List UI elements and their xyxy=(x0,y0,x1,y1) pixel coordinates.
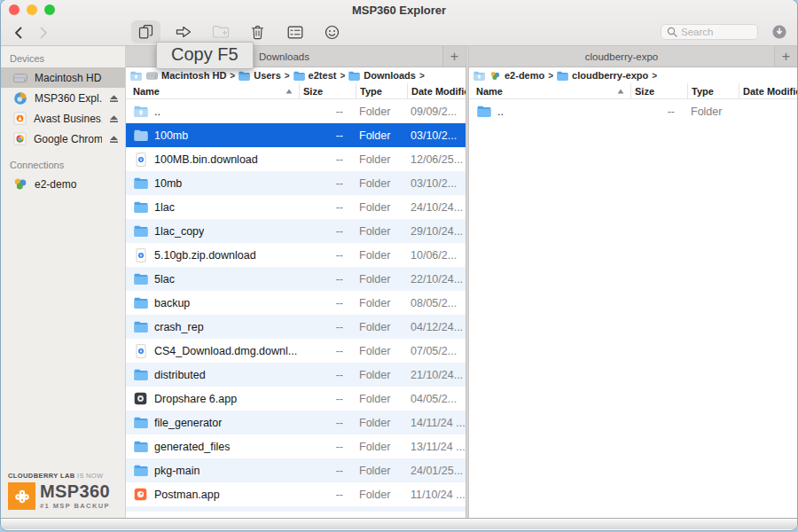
file-size-cell: -- xyxy=(299,417,356,429)
table-row[interactable]: ..--Folder09/09/2... xyxy=(126,99,466,123)
column-header-size[interactable]: Size xyxy=(299,83,356,98)
file-type-cell: Folder xyxy=(356,201,407,214)
file-name-cell: Dropshare 6.app xyxy=(126,392,299,405)
column-header-date-modified[interactable]: Date Modifie xyxy=(407,83,466,98)
column-header-name[interactable]: Name xyxy=(469,83,630,98)
table-row[interactable]: distributed--Folder21/10/24... xyxy=(126,363,466,387)
sidebar-item-google-chrome[interactable]: Google Chrome xyxy=(1,129,125,149)
forward-button[interactable] xyxy=(33,22,54,43)
file-size-cell: -- xyxy=(299,225,356,238)
table-row[interactable]: Dropshare 6.app--Folder04/05/2... xyxy=(126,387,466,411)
breadcrumb-separator: > xyxy=(548,71,553,81)
properties-button[interactable] xyxy=(280,20,309,43)
eject-icon[interactable] xyxy=(109,114,119,123)
new-folder-button[interactable] xyxy=(206,20,235,43)
file-size-cell: -- xyxy=(299,465,356,477)
delete-button[interactable] xyxy=(243,20,272,43)
column-header-date-modified[interactable]: Date Modifie xyxy=(739,83,797,98)
table-row[interactable]: file_generator--Folder14/11/24 ... xyxy=(126,411,466,434)
table-row[interactable]: backup--Folder08/05/2... xyxy=(126,291,466,315)
file-type-cell: Folder xyxy=(356,393,407,405)
app-dark-icon xyxy=(133,392,148,405)
file-type-cell: Folder xyxy=(356,345,407,357)
tab-bar-right: cloudberry-expo + xyxy=(469,46,797,67)
breadcrumb-item-users[interactable]: Users xyxy=(239,70,281,81)
connections-list: e2-demo xyxy=(1,174,125,194)
drive-icon xyxy=(13,73,27,83)
new-folder-icon xyxy=(212,25,230,39)
window-chrome: MSP360 Explorer xyxy=(1,0,797,46)
column-header-name[interactable]: Name xyxy=(126,83,299,98)
file-type-cell: Folder xyxy=(356,153,407,166)
tab-cloudberry-expo[interactable]: cloudberry-expo xyxy=(469,46,774,66)
connections-section-label: Connections xyxy=(1,153,125,174)
file-size-cell: -- xyxy=(299,201,356,214)
breadcrumb-item-cloudberry-expo[interactable]: cloudberry-expo xyxy=(557,70,648,81)
column-header-size[interactable]: Size xyxy=(630,83,687,98)
file-type-cell: Folder xyxy=(687,106,739,118)
breadcrumb-item-e2-demo[interactable]: e2-demo xyxy=(489,70,544,81)
logo-brand: MSP360 xyxy=(40,482,110,500)
search-input[interactable] xyxy=(681,27,752,37)
file-size-cell: -- xyxy=(299,177,356,190)
file-date-cell: 09/09/2... xyxy=(407,106,466,118)
eject-icon[interactable] xyxy=(109,94,119,103)
new-tab-button[interactable]: + xyxy=(442,46,466,66)
table-row[interactable]: 5.10gb.zip.download--Folder10/06/2... xyxy=(126,243,466,267)
file-name-cell: crash_rep xyxy=(126,321,299,333)
table-row[interactable]: 1lac_copy--Folder29/10/24... xyxy=(126,219,466,243)
drive-icon xyxy=(146,71,158,81)
table-row[interactable]: CS4_Download.dmg.downl...--Folder07/05/2… xyxy=(126,339,466,363)
move-button[interactable] xyxy=(168,20,198,43)
table-row[interactable]: 10mb--Folder03/10/2... xyxy=(126,171,466,195)
sidebar-item-macintosh-hd[interactable]: Macintosh HD xyxy=(1,67,125,88)
file-type-cell: Folder xyxy=(356,321,407,333)
file-name-cell: CS4_Download.dmg.downl... xyxy=(126,344,299,358)
table-row[interactable]: 1lac--Folder24/10/24... xyxy=(126,195,466,219)
file-date-cell: 12/06/25... xyxy=(407,153,466,166)
column-header-type[interactable]: Type xyxy=(687,83,739,98)
parent-folder-button[interactable] xyxy=(130,71,142,81)
feedback-button[interactable] xyxy=(317,20,347,43)
sidebar-item-e2-demo[interactable]: e2-demo xyxy=(1,174,125,194)
breadcrumb-item-macintosh-hd[interactable]: Macintosh HD xyxy=(146,70,226,81)
parent-folder-button[interactable] xyxy=(473,71,485,81)
sort-ascending-icon xyxy=(286,89,293,94)
back-button[interactable] xyxy=(7,22,28,43)
file-date-cell: 03/10/2... xyxy=(407,177,466,190)
file-size-cell: -- xyxy=(299,345,356,357)
search-field[interactable] xyxy=(661,24,758,40)
table-row[interactable]: 5lac--Folder22/10/24... xyxy=(126,267,466,291)
table-row[interactable]: 100MB.bin.download--Folder12/06/25... xyxy=(126,147,466,171)
folder-icon xyxy=(133,321,148,332)
eject-icon[interactable] xyxy=(109,135,119,144)
table-row[interactable]: 100mb--Folder03/10/2... xyxy=(126,123,466,147)
file-date-cell: 04/12/24... xyxy=(407,321,466,333)
toolbar-actions xyxy=(131,20,347,43)
table-row[interactable]: ..--Folder xyxy=(469,99,797,123)
trash-icon xyxy=(251,25,264,40)
e2demo-icon xyxy=(13,177,27,191)
file-type-cell: Folder xyxy=(356,129,407,142)
sidebar-item-avast-busines[interactable]: Avast Busines... xyxy=(1,108,125,129)
file-name-cell: 100MB.bin.download xyxy=(126,153,299,167)
file-date-cell: 04/05/2... xyxy=(407,393,466,405)
copy-button[interactable] xyxy=(131,20,160,43)
table-row[interactable]: pkg-main--Folder24/01/25... xyxy=(126,458,466,482)
file-date-cell: 24/10/24... xyxy=(407,201,466,214)
breadcrumb-item-downloads[interactable]: Downloads xyxy=(348,70,416,81)
table-row[interactable]: generated_files--Folder13/11/24 ... xyxy=(126,434,466,458)
table-row[interactable]: crash_rep--Folder04/12/24... xyxy=(126,315,466,339)
breadcrumb-separator: > xyxy=(652,71,657,81)
sidebar-item-msp360-expl[interactable]: MSP360 Expl... xyxy=(1,88,125,108)
table-row[interactable]: Postman.app--Folder11/10/24 ... xyxy=(126,482,466,506)
file-date-cell: 03/10/2... xyxy=(407,129,466,142)
folder-icon xyxy=(133,129,148,141)
file-date-cell: 08/05/2... xyxy=(407,297,466,309)
breadcrumb-item-e2test[interactable]: e2test xyxy=(293,70,337,81)
file-type-cell: Folder xyxy=(356,369,407,381)
new-tab-button[interactable]: + xyxy=(774,46,797,66)
download-icon xyxy=(133,344,148,358)
column-header-type[interactable]: Type xyxy=(356,83,407,98)
download-status-button[interactable] xyxy=(772,25,786,39)
